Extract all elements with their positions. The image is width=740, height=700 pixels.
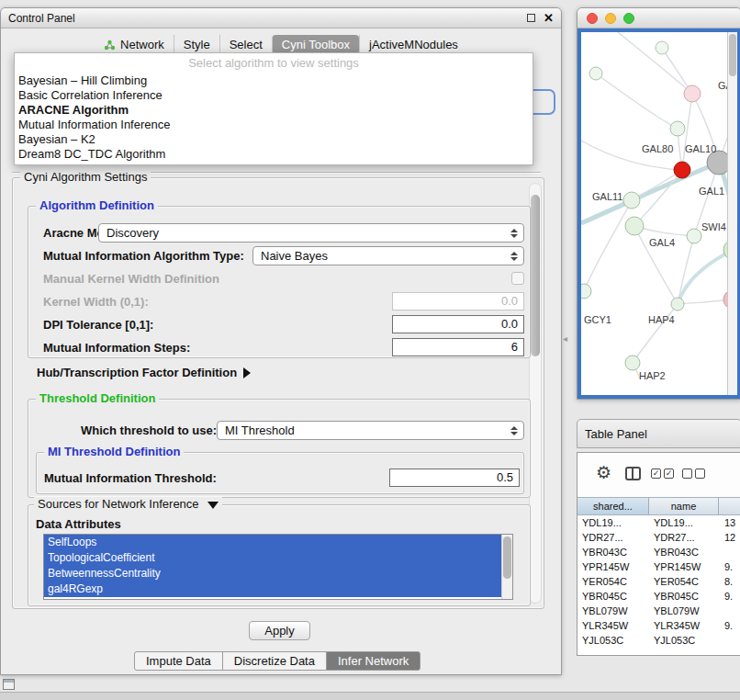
network-node[interactable]	[625, 356, 640, 370]
network-scrollbar[interactable]	[727, 32, 737, 395]
settings-scrollbar[interactable]	[529, 183, 542, 604]
table-cell: YBR045C	[649, 589, 719, 604]
mi-threshold-label: Mutual Information Threshold:	[44, 469, 217, 488]
minimized-panel-icon[interactable]	[3, 679, 15, 690]
sources-title: Sources for Network Inference	[38, 497, 199, 511]
table-row[interactable]: YBR043CYBR043C	[577, 545, 740, 559]
network-node[interactable]	[581, 284, 591, 299]
deselect-all-button[interactable]	[682, 469, 705, 479]
hub-definition-toggle[interactable]: Hub/Transcription Factor Definition	[37, 366, 251, 379]
network-canvas[interactable]: GALGAL80GAL10GAL11GAL1SWI4GAL4GCY1HAP4HA…	[577, 28, 740, 399]
manual-kernel-checkbox[interactable]	[511, 272, 524, 285]
close-icon[interactable]: ✕	[544, 12, 554, 24]
manual-kernel-label: Manual Kernel Width Definition	[43, 269, 219, 288]
mi-threshold-definition-group: MI Threshold Definition Mutual Informati…	[36, 452, 524, 494]
algorithm-option[interactable]: Bayesian – Hill Climbing	[15, 73, 533, 88]
table-row[interactable]: YBR045CYBR045C9.	[577, 589, 740, 604]
mi-threshold-input[interactable]: 0.5	[389, 469, 520, 487]
list-scrollbar[interactable]	[501, 535, 512, 599]
network-node[interactable]	[671, 298, 684, 310]
table-panel-window: ⚙ ✓ ✓ shared... name YDL19...YDL19...13Y…	[577, 452, 740, 656]
selected-value: Naive Bayes	[261, 249, 508, 263]
algorithm-option[interactable]: Mutual Information Inference	[15, 118, 533, 132]
table-row[interactable]: YPR145WYPR145W9.	[577, 559, 740, 574]
sources-toggle[interactable]: Sources for Network Inference	[34, 497, 222, 512]
group-title: Algorithm Definition	[36, 198, 158, 213]
table-cell: YDR27...	[649, 530, 719, 545]
algorithm-option[interactable]: Bayesian – K2	[15, 132, 533, 147]
attribute-list-item[interactable]: gal4RGexp	[44, 581, 501, 597]
network-node-label: GAL1	[699, 186, 724, 197]
tab-select[interactable]: Select	[219, 35, 272, 54]
column-header-name[interactable]: name	[649, 497, 719, 515]
network-node[interactable]	[625, 217, 644, 235]
network-edge	[678, 236, 694, 304]
mac-zoom-button[interactable]	[623, 13, 634, 24]
algorithm-dropdown-popup: Select algorithm to view settings Bayesi…	[14, 52, 533, 165]
table-row[interactable]: YJL053CYJL053C	[577, 633, 740, 648]
kernel-width-input[interactable]: 0.0	[392, 292, 524, 310]
tab-impute-data[interactable]: Impute Data	[134, 651, 223, 671]
table-row[interactable]: YDR27...YDR27...12	[577, 530, 740, 545]
tab-cyni-toolbox[interactable]: Cyni Toolbox	[272, 35, 359, 54]
apply-button[interactable]: Apply	[249, 621, 310, 640]
table-cell: YBL079W	[577, 604, 649, 618]
network-node[interactable]	[684, 85, 701, 102]
table-cell: YBR043C	[577, 545, 649, 559]
column-visibility-icon[interactable]	[625, 467, 641, 480]
table-cell	[719, 604, 740, 618]
table-row[interactable]: YDL19...YDL19...13	[577, 515, 740, 530]
column-header-extra[interactable]	[719, 497, 740, 515]
table-cell: 12	[719, 530, 740, 545]
network-view-window: GALGAL80GAL10GAL11GAL1SWI4GAL4GCY1HAP4HA…	[577, 7, 740, 400]
tab-infer-network[interactable]: Infer Network	[326, 651, 420, 671]
network-node[interactable]	[687, 229, 701, 243]
attribute-list-item[interactable]: SelfLoops	[44, 535, 501, 550]
table-cell: YPR145W	[577, 559, 649, 574]
float-window-icon[interactable]	[527, 14, 535, 22]
network-graph[interactable]: GALGAL80GAL10GAL11GAL1SWI4GAL4GCY1HAP4HA…	[581, 32, 739, 399]
panel-divider-handle[interactable]: ◂	[563, 333, 567, 344]
attribute-list-item[interactable]: TopologicalCoefficient	[44, 550, 501, 566]
dpi-tolerance-input[interactable]: 0.0	[392, 315, 524, 333]
network-node[interactable]	[674, 162, 690, 178]
network-node[interactable]	[670, 121, 685, 136]
attribute-list-item[interactable]: BetweennessCentrality	[44, 566, 501, 581]
select-all-button[interactable]: ✓ ✓	[651, 469, 674, 479]
network-edge	[618, 32, 692, 94]
table-row[interactable]: YBL079WYBL079W	[577, 604, 740, 618]
tab-style[interactable]: Style	[174, 35, 219, 54]
scrollbar-thumb[interactable]	[729, 34, 736, 76]
scrollbar-thumb[interactable]	[531, 195, 540, 356]
table-cell: YJL053C	[649, 633, 719, 648]
mi-algorithm-type-select[interactable]: Naive Bayes	[252, 246, 524, 265]
column-header-shared[interactable]: shared...	[577, 497, 649, 515]
algorithm-option[interactable]: Basic Correlation Inference	[15, 88, 533, 103]
mac-close-button[interactable]	[587, 13, 598, 24]
mi-steps-input[interactable]: 6	[392, 338, 524, 356]
table-row[interactable]: YER054CYER054C8.	[577, 574, 740, 589]
algorithm-option[interactable]: Dream8 DC_TDC Algorithm	[15, 147, 533, 162]
algorithm-option-selected[interactable]: ARACNE Algorithm	[15, 103, 533, 118]
network-node[interactable]	[589, 67, 602, 80]
data-attributes-list[interactable]: SelfLoops TopologicalCoefficient Between…	[43, 534, 513, 600]
tab-discretize-data[interactable]: Discretize Data	[222, 651, 327, 671]
table-row[interactable]: YLR345WYLR345W9.	[577, 618, 740, 633]
window-title: Control Panel	[8, 12, 75, 25]
table-cell: 9.	[719, 618, 740, 633]
scrollbar-thumb[interactable]	[503, 536, 511, 579]
network-node[interactable]	[623, 192, 640, 209]
table-cell: YLR345W	[649, 618, 719, 633]
network-node-label: GAL80	[642, 143, 673, 154]
mac-minimize-button[interactable]	[605, 13, 616, 24]
table-cell: YBR045C	[577, 589, 649, 604]
network-node[interactable]	[656, 41, 668, 54]
tab-network[interactable]: Network	[95, 35, 174, 54]
aracne-mode-select[interactable]: Discovery	[98, 223, 524, 243]
data-attributes-label: Data Attributes	[36, 514, 121, 534]
tab-jactivemnodules[interactable]: jActiveMNodules	[359, 35, 467, 54]
gear-icon[interactable]: ⚙	[596, 461, 611, 486]
combo-arrows-icon	[508, 426, 521, 435]
table-cell: YDL19...	[649, 515, 719, 530]
threshold-type-select[interactable]: MI Threshold	[217, 421, 524, 440]
